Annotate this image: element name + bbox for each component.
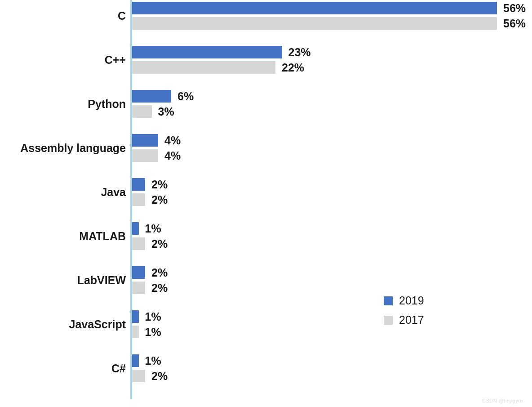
bar-label: 56% [503,2,526,14]
bar-2019 [132,354,139,367]
bar-2017 [132,193,145,206]
category-label: LabVIEW [77,273,126,287]
legend-label-2017: 2017 [399,313,424,326]
bar-label: 2% [151,178,168,191]
bar-2017 [132,237,145,250]
legend-item-2019: 2019 [384,294,424,307]
bar-label: 6% [177,90,194,103]
category-label: C [118,9,126,22]
bar-label: 2% [151,266,168,279]
watermark: CSDN @tinygyro [482,398,523,403]
bar-label: 3% [158,105,174,118]
bar-2017 [132,17,497,30]
category-label: JavaScript [69,318,126,331]
bar-2017 [132,149,158,162]
bar-label: 23% [288,46,311,58]
legend-swatch-2019 [384,296,393,305]
legend-label-2019: 2019 [399,294,424,307]
bar-2019 [132,134,158,147]
bar-label: 1% [145,222,161,235]
bar-2017 [132,282,145,294]
bar-label: 1% [145,326,161,338]
legend: 2019 2017 [384,294,424,333]
bar-2019 [132,310,139,323]
legend-swatch-2017 [384,316,393,325]
bar-label: 4% [164,149,181,162]
bar-2019 [132,2,497,14]
bar-label: 2% [151,370,168,382]
category-label: MATLAB [79,229,126,243]
bar-label: 22% [282,61,304,74]
category-label: C++ [105,53,126,67]
bar-2017 [132,61,275,74]
bar-2019 [132,46,282,58]
category-label: Python [88,97,126,111]
bar-2019 [132,178,145,191]
bar-2017 [132,370,145,382]
bar-label: 1% [145,310,161,323]
bar-label: 1% [145,354,161,367]
bar-label: 56% [503,17,526,30]
chart-container: C56%56%C++23%22%Python6%3%Assembly langu… [0,0,532,407]
bar-label: 2% [151,282,168,294]
category-label: Java [101,185,126,199]
category-label: Assembly language [20,141,126,155]
bar-2017 [132,326,139,338]
bar-label: 2% [151,193,168,206]
bar-2019 [132,266,145,279]
bar-2019 [132,90,171,103]
bar-2017 [132,105,152,118]
bar-label: 2% [151,237,168,250]
bar-label: 4% [164,134,181,147]
category-label: C# [111,362,126,375]
bar-2019 [132,222,139,235]
legend-item-2017: 2017 [384,313,424,326]
